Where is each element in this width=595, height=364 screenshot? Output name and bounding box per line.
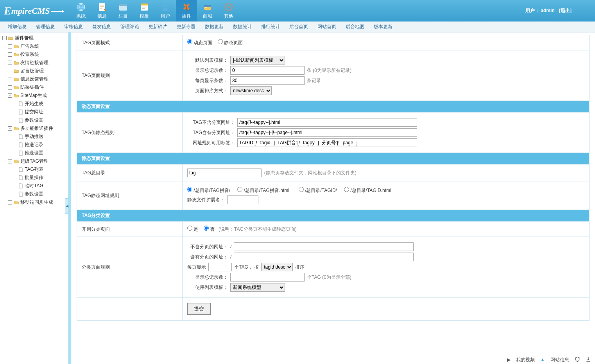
subnav-item-10[interactable]: 后台首页 [285,23,313,30]
tree-item-7[interactable]: -多功能推送插件 [1,124,68,133]
tree-item-2[interactable]: -友情链接管理 [1,59,68,67]
svg-rect-9 [186,6,187,11]
file-icon [19,175,23,180]
status-video[interactable]: 我的视频 [516,357,535,363]
expand-icon[interactable]: - [8,159,12,163]
radio-cat-yes[interactable]: 是 [187,226,198,232]
order-by-select[interactable]: newstime desc [230,86,272,95]
total-records-input[interactable] [230,66,305,75]
logout-link[interactable]: [退出] [559,8,572,13]
subnav-item-5[interactable]: 更新碎片 [144,23,172,30]
svg-rect-3 [119,4,127,6]
subnav-item-12[interactable]: 后台地图 [341,23,369,30]
cat-template-select[interactable]: 新闻系统模型 [230,283,285,292]
tree-item-8[interactable]: -超级TAG管理 [1,157,68,165]
folder-icon [14,200,19,204]
subnav-item-2[interactable]: 审核信息 [59,23,88,30]
tree-leaf-8-2[interactable]: 临时TAG [1,182,68,190]
subnav-item-13[interactable]: 版本更新 [369,23,397,30]
expand-icon[interactable]: - [2,36,7,40]
cat-url-page-input[interactable] [234,253,414,261]
expand-icon[interactable]: + [8,200,12,204]
sidebar-collapse-icon[interactable]: ◀ [65,198,69,214]
tree-leaf-8-0[interactable]: TAG列表 [1,165,68,174]
topnav-template[interactable]: 模板 [134,0,155,22]
url-no-page-input[interactable] [237,118,417,127]
subnav-item-11[interactable]: 网站首页 [313,23,341,30]
file-icon [19,142,23,147]
tree-leaf-8-3[interactable]: 参数设置 [1,190,68,198]
user-icon [160,2,170,12]
tree-item-0[interactable]: +广告系统 [1,42,68,50]
subnav-item-9[interactable]: 排行统计 [256,23,285,30]
tree-root[interactable]: -插件管理 [1,34,68,42]
topnav-other[interactable]: 其他 [218,0,239,22]
radio-cat-no[interactable]: 否 [204,226,215,232]
tree-leaf-7-0[interactable]: 手动推送 [1,133,68,141]
per-page-input[interactable] [230,76,305,85]
tree-leaf-8-1[interactable]: 批量操作 [1,174,68,182]
subnav-item-8[interactable]: 数据统计 [228,23,256,30]
url-with-page-input[interactable] [237,128,417,137]
submit-button[interactable]: 提交 [187,303,211,315]
shield-icon[interactable] [575,357,580,363]
topnav-plugin[interactable]: 插件 [176,0,197,22]
expand-icon[interactable]: - [8,77,12,81]
topnav-system[interactable]: 系统 [70,0,91,22]
tree-item-3[interactable]: -留言板管理 [1,67,68,75]
static-ext-input[interactable] [227,195,258,204]
tree-item-9[interactable]: +移动端同步生成 [1,198,68,206]
svg-rect-7 [142,8,145,9]
subnav-item-4[interactable]: 管理评论 [116,23,144,30]
tree-leaf-6-0[interactable]: 开始生成 [1,100,68,108]
tree-item-4[interactable]: -信息反馈管理 [1,75,68,83]
sub-nav: 增加信息管理信息审核信息签发信息管理评论更新碎片更新专题数据更新数据统计排行统计… [0,22,595,32]
file-icon [19,118,23,123]
subnav-item-6[interactable]: 更新专题 [172,23,200,30]
subnav-item-7[interactable]: 数据更新 [200,23,228,30]
row-static-url-label: TAG静态网址规则 [77,181,183,210]
tree-item-5[interactable]: +防采集插件 [1,83,68,91]
tree-item-1[interactable]: +投票系统 [1,50,68,59]
expand-icon[interactable]: - [8,93,12,98]
subnav-item-3[interactable]: 签发信息 [88,23,116,30]
tree-leaf-6-2[interactable]: 参数设置 [1,116,68,124]
topnav-user[interactable]: 用户 [155,0,176,22]
tree-leaf-7-1[interactable]: 推送记录 [1,141,68,149]
tag-dir-input[interactable] [187,169,262,177]
expand-icon[interactable]: + [8,52,12,57]
play-icon[interactable]: ▶ [507,357,511,362]
current-user: admin [541,8,554,13]
folder-icon [14,126,19,131]
radio-surl-1[interactable]: /总目录/TAG拼音/ [187,187,230,194]
subnav-item-0[interactable]: 增加信息 [3,23,31,30]
tree-item-6[interactable]: -SiteMap生成 [1,91,68,100]
expand-icon[interactable]: + [8,44,12,48]
radio-static[interactable]: 静态页面 [218,40,243,45]
topnav-column[interactable]: 栏目 [113,0,134,22]
file-icon [19,151,23,156]
status-info[interactable]: 网站信息 [550,357,569,363]
expand-icon[interactable]: - [8,61,12,65]
cat-total-input[interactable] [230,273,305,282]
download-icon[interactable] [586,357,591,363]
radio-dynamic[interactable]: 动态页面 [187,40,212,45]
radio-surl-4[interactable]: /总目录/TAGID.html [344,187,391,194]
subnav-item-1[interactable]: 管理信息 [31,23,59,30]
expand-icon[interactable]: - [8,126,12,131]
cat-order-select[interactable]: tagid desc [261,263,293,271]
expand-icon[interactable]: - [8,69,12,73]
topnav-info[interactable]: 信息 [91,0,113,22]
user-box: 用户： admin [退出] [525,7,595,14]
cat-url-nopage-input[interactable] [234,242,414,251]
tree-leaf-7-2[interactable]: 推送设置 [1,149,68,157]
cat-per-page-input[interactable] [208,263,232,271]
radio-surl-2[interactable]: /总目录/TAG拼音.html [237,187,289,194]
url-tags-input[interactable] [237,138,417,147]
up-icon[interactable]: ▲ [540,357,545,362]
radio-surl-3[interactable]: /总目录/TAGID/ [296,187,337,194]
topnav-shop[interactable]: 商城 [197,0,218,22]
default-template-select[interactable]: |-默认新闻列表模板 [230,56,285,65]
expand-icon[interactable]: + [8,85,12,90]
tree-leaf-6-1[interactable]: 提交网址 [1,108,68,116]
